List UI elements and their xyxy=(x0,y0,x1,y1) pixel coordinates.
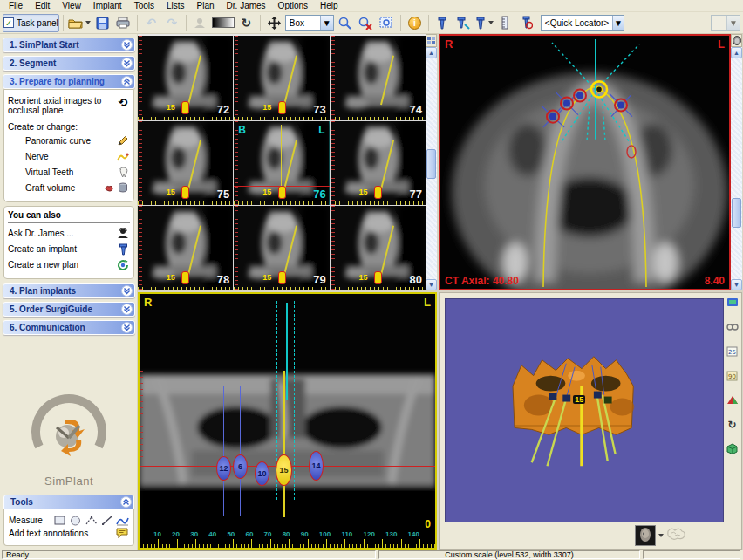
measure-line-tool[interactable] xyxy=(100,515,113,526)
axial-scrollbar[interactable]: ▲ ▼ xyxy=(731,34,742,290)
implant-library-button[interactable] xyxy=(453,14,474,32)
implant-dropdown-button[interactable] xyxy=(474,14,494,32)
ct-slice-cell-80[interactable]: 15 80 xyxy=(331,206,426,290)
head-preview-button[interactable] xyxy=(635,525,656,546)
undo-button[interactable]: ↶ xyxy=(141,14,161,32)
sidebar-section-order-surgiguide[interactable]: 5. Order SurgiGuide xyxy=(3,302,135,317)
sidebar-section-segment[interactable]: 2. Segment xyxy=(3,56,135,71)
implant-bubble-6[interactable]: 6 xyxy=(233,454,248,479)
expand-button[interactable] xyxy=(121,39,133,51)
contrast-button[interactable] xyxy=(211,14,235,32)
scroll-thumb[interactable] xyxy=(732,198,741,228)
sidebar-section-plan-implants[interactable]: 4. Plan implants xyxy=(3,283,135,298)
ct-slice-cell-75[interactable]: 15 75 xyxy=(138,121,233,206)
implant-bubble-14[interactable]: 14 xyxy=(309,451,324,481)
implant-marker[interactable] xyxy=(278,186,286,199)
menu-edit[interactable]: Edit xyxy=(29,0,56,11)
ct-slice-cell-74[interactable]: 74 xyxy=(331,36,426,120)
menu-tools[interactable]: Tools xyxy=(128,0,160,11)
implant-marker[interactable] xyxy=(278,271,286,284)
panoramic-view[interactable]: 12 6 10 15 14 R L 0 10203040506070809010… xyxy=(138,292,437,550)
zoom-region-button[interactable] xyxy=(377,14,397,32)
graft-volume-item[interactable]: Graft volume xyxy=(8,181,130,195)
save-button[interactable] xyxy=(92,14,112,32)
sidebar-section-prepare-planning[interactable]: 3. Prepare for planning xyxy=(3,74,135,89)
create-implant-item[interactable]: Create an implant xyxy=(8,242,130,256)
nerve-item[interactable]: Nerve xyxy=(8,150,130,163)
volume-crop-button[interactable] xyxy=(726,394,739,406)
profile-button[interactable] xyxy=(190,14,210,32)
measure-curve-tool[interactable] xyxy=(116,515,129,526)
implant-bubble-10[interactable]: 10 xyxy=(255,461,269,486)
tools-section-bar[interactable]: Tools xyxy=(3,495,134,509)
redo-button[interactable]: ↷ xyxy=(162,14,182,32)
ask-dr-james-item[interactable]: Ask Dr. James ... xyxy=(8,227,130,240)
expand-button[interactable] xyxy=(121,285,133,297)
open-dropdown-caret[interactable] xyxy=(85,21,91,24)
display-mode-button[interactable] xyxy=(726,297,739,308)
scroll-track[interactable] xyxy=(426,58,437,279)
menu-options[interactable]: Options xyxy=(272,0,314,11)
menu-help[interactable]: Help xyxy=(314,0,344,11)
virtual-teeth-item[interactable]: Virtual Teeth xyxy=(8,166,130,179)
chevron-down-icon[interactable] xyxy=(488,21,494,24)
implant-bubble-12[interactable]: 12 xyxy=(216,456,231,481)
quick-locator-select[interactable]: <Quick Locator> ▼ xyxy=(541,15,624,31)
ct-slice-cell-76-selected[interactable]: 15 B L 76 xyxy=(234,121,329,206)
zoom-in-button[interactable] xyxy=(335,14,355,32)
annotation-bubble-tool[interactable] xyxy=(116,528,129,539)
scroll-up-button[interactable]: ▲ xyxy=(426,47,437,58)
ct-slice-cell-77[interactable]: 15 77 xyxy=(331,121,426,206)
pan-button[interactable] xyxy=(264,14,284,32)
view-mode-select[interactable]: Box ▼ xyxy=(285,15,334,31)
menu-plan[interactable]: Plan xyxy=(191,0,221,11)
implant-tool-button[interactable] xyxy=(433,14,453,32)
implant-marker[interactable] xyxy=(374,186,382,199)
panoramic-curve-item[interactable]: Panoramic curve xyxy=(8,134,130,147)
measure-circle-tool[interactable] xyxy=(69,515,82,526)
implant-verify-button[interactable] xyxy=(516,14,536,32)
sidebar-section-communication[interactable]: 6. Communication xyxy=(3,320,135,335)
stereo-glasses-button[interactable] xyxy=(726,321,739,332)
ct-slice-cell-73[interactable]: 15 73 xyxy=(234,36,329,120)
axial-image[interactable]: R L CT Axial: 40.80 8.40 xyxy=(439,34,731,290)
expand-button[interactable] xyxy=(121,304,133,315)
scroll-track[interactable] xyxy=(731,58,742,279)
ruler-tool-button[interactable] xyxy=(495,14,515,32)
implant-marker[interactable] xyxy=(278,101,286,114)
ct-slice-cell-72[interactable]: 15 72 xyxy=(138,36,233,120)
expand-button[interactable] xyxy=(121,58,133,69)
info-button[interactable]: i xyxy=(405,14,425,32)
measure-angle-tool[interactable] xyxy=(85,515,98,526)
three-d-viewport[interactable]: 15 xyxy=(445,298,724,522)
menu-file[interactable]: File xyxy=(3,0,29,11)
ct-slice-cell-79[interactable]: 15 79 xyxy=(234,206,329,290)
rotate-view-button[interactable]: ↻ xyxy=(236,14,256,32)
create-new-plan-item[interactable]: Create a new plan xyxy=(8,258,130,271)
collapse-button[interactable] xyxy=(120,496,132,508)
collapse-button[interactable] xyxy=(121,76,133,87)
print-button[interactable] xyxy=(113,14,133,32)
open-file-button[interactable] xyxy=(67,14,92,32)
quality-25-button[interactable]: 25 xyxy=(726,345,739,357)
task-panel-toggle[interactable]: ✓ Task panel xyxy=(3,14,59,32)
grid-layout-button[interactable] xyxy=(426,34,437,47)
measure-rectangle-tool[interactable] xyxy=(53,515,66,526)
implant-marker[interactable] xyxy=(181,271,189,284)
reorient-axial-item[interactable]: Reorient axial images to occlusal plane … xyxy=(8,96,130,115)
implant-marker[interactable] xyxy=(374,271,382,284)
chevron-down-icon[interactable]: ▼ xyxy=(612,16,624,30)
menu-lists[interactable]: Lists xyxy=(160,0,191,11)
expand-button[interactable] xyxy=(121,322,133,333)
scroll-up-button[interactable]: ▲ xyxy=(731,47,742,58)
grid-scrollbar[interactable]: ▲ ▼ xyxy=(426,34,437,290)
chevron-down-icon[interactable]: ▼ xyxy=(320,16,333,30)
implant-marker[interactable] xyxy=(181,186,189,199)
menu-implant[interactable]: Implant xyxy=(87,0,128,11)
rotate-3d-button[interactable]: ↻ xyxy=(726,419,739,430)
reorient-rotate-icon[interactable]: ⟲ xyxy=(116,96,130,109)
implant-bubble-15-selected[interactable]: 15 xyxy=(276,454,292,486)
cube-view-button[interactable] xyxy=(726,443,739,454)
menu-dr-james[interactable]: Dr. James xyxy=(221,0,272,11)
scroll-down-button[interactable]: ▼ xyxy=(731,279,742,290)
